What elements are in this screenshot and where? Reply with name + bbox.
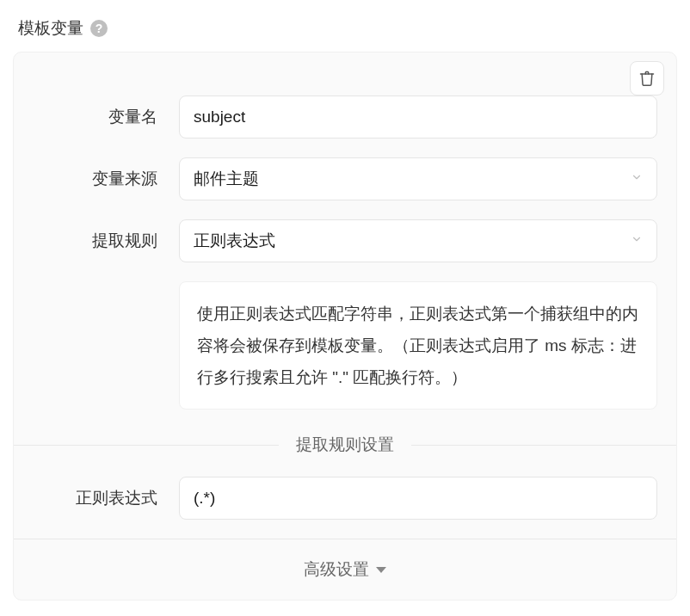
extract-rule-value: 正则表达式 (194, 230, 275, 252)
help-text-row: 使用正则表达式匹配字符串，正则表达式第一个捕获组中的内容将会被保存到模板变量。（… (33, 281, 657, 410)
divider-rule-label: 提取规则设置 (279, 434, 411, 456)
variable-card: 变量名 变量来源 邮件主题 提取规则 正则表达式 使用正 (13, 52, 677, 601)
variable-source-label: 变量来源 (33, 168, 179, 190)
caret-down-icon (376, 567, 386, 573)
chevron-down-icon (631, 171, 643, 187)
variable-name-input[interactable] (179, 95, 657, 139)
variable-name-label: 变量名 (33, 106, 179, 128)
row-regex: 正则表达式 (33, 477, 657, 520)
variable-source-select[interactable]: 邮件主题 (179, 157, 657, 200)
row-variable-source: 变量来源 邮件主题 (33, 157, 657, 200)
variable-source-value: 邮件主题 (194, 168, 259, 190)
delete-button[interactable] (630, 61, 664, 95)
regex-input[interactable] (179, 477, 657, 520)
trash-icon (638, 70, 656, 87)
extract-rule-select[interactable]: 正则表达式 (179, 219, 657, 262)
regex-label: 正则表达式 (33, 487, 179, 509)
section-title: 模板变量 (18, 17, 83, 40)
divider-rule-settings: 提取规则设置 (14, 434, 676, 456)
section-header: 模板变量 ? (13, 17, 677, 40)
help-icon[interactable]: ? (90, 20, 108, 37)
card-actions (630, 61, 664, 95)
extract-rule-label: 提取规则 (33, 230, 179, 252)
chevron-down-icon (631, 233, 643, 249)
advanced-settings-toggle[interactable]: 高级设置 (14, 539, 676, 600)
advanced-settings-label: 高级设置 (304, 558, 369, 581)
row-variable-name: 变量名 (33, 95, 657, 139)
row-extract-rule: 提取规则 正则表达式 (33, 219, 657, 262)
help-text: 使用正则表达式匹配字符串，正则表达式第一个捕获组中的内容将会被保存到模板变量。（… (179, 281, 657, 410)
